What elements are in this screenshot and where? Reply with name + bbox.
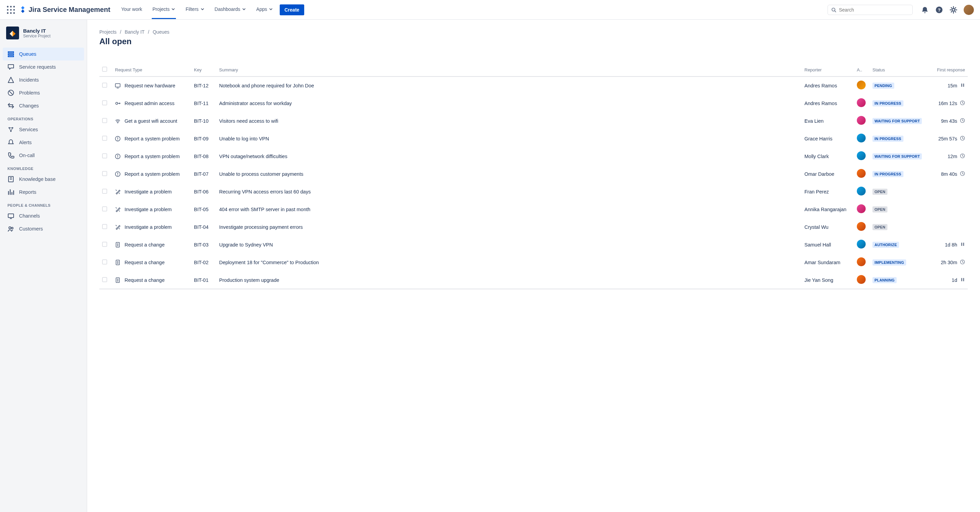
search-input[interactable] (839, 7, 909, 13)
ticket-key[interactable]: BIT-03 (191, 236, 216, 254)
status-lozenge[interactable]: WAITING FOR SUPPORT (872, 153, 922, 159)
table-row[interactable]: Request a changeBIT-01Production system … (99, 271, 968, 289)
assignee-avatar[interactable] (857, 134, 865, 143)
table-row[interactable]: Investigate a problemBIT-04Investigate p… (99, 218, 968, 236)
search-box[interactable] (827, 5, 913, 15)
breadcrumb-link[interactable]: Projects (99, 29, 117, 35)
ticket-key[interactable]: BIT-06 (191, 183, 216, 201)
row-checkbox[interactable] (102, 189, 107, 194)
table-row[interactable]: Request a changeBIT-03Upgrade to Sydney … (99, 236, 968, 254)
table-row[interactable]: Get a guest wifi accountBIT-10Visitors n… (99, 112, 968, 130)
ticket-summary[interactable]: Investigate processing payment errors (216, 218, 802, 236)
row-checkbox[interactable] (102, 136, 107, 141)
sidebar-item-queues[interactable]: Queues (3, 48, 84, 60)
row-checkbox[interactable] (102, 277, 107, 282)
ticket-key[interactable]: BIT-10 (191, 112, 216, 130)
select-all-checkbox[interactable] (102, 67, 107, 72)
col-status[interactable]: Status (870, 63, 927, 76)
sidebar-item-knowledge-base[interactable]: Knowledge base (3, 173, 84, 185)
col-request-type[interactable]: Request Type (112, 63, 191, 76)
row-checkbox[interactable] (102, 82, 107, 88)
ticket-summary[interactable]: Unable to process customer payments (216, 165, 802, 183)
ticket-summary[interactable]: Notebook and phone required for John Doe (216, 76, 802, 95)
sidebar-item-incidents[interactable]: Incidents (3, 73, 84, 86)
ticket-key[interactable]: BIT-12 (191, 76, 216, 95)
ticket-key[interactable]: BIT-02 (191, 254, 216, 271)
table-row[interactable]: Investigate a problemBIT-05404 error wit… (99, 201, 968, 218)
assignee-avatar[interactable] (857, 81, 865, 89)
assignee-avatar[interactable] (857, 275, 865, 284)
col-key[interactable]: Key (191, 63, 216, 76)
notifications-icon[interactable] (921, 6, 929, 14)
table-row[interactable]: Report a system problemBIT-08VPN outage/… (99, 147, 968, 165)
row-checkbox[interactable] (102, 171, 107, 176)
app-switcher-icon[interactable] (6, 5, 16, 14)
sidebar-item-reports[interactable]: Reports (3, 185, 84, 198)
nav-your-work[interactable]: Your work (121, 0, 143, 19)
assignee-avatar[interactable] (857, 187, 865, 195)
ticket-summary[interactable]: Visitors need access to wifi (216, 112, 802, 130)
col-reporter[interactable]: Reporter (802, 63, 854, 76)
product-logo[interactable]: Jira Service Management (19, 6, 110, 14)
sidebar-item-alerts[interactable]: Alerts (3, 136, 84, 149)
assignee-avatar[interactable] (857, 257, 865, 266)
table-row[interactable]: Request a changeBIT-02Deployment 18 for … (99, 254, 968, 271)
row-checkbox[interactable] (102, 224, 107, 229)
nav-projects[interactable]: Projects (152, 0, 176, 19)
row-checkbox[interactable] (102, 100, 107, 105)
ticket-summary[interactable]: Unable to log into VPN (216, 130, 802, 147)
ticket-summary[interactable]: Recurring VPN access errors last 60 days (216, 183, 802, 201)
assignee-avatar[interactable] (857, 222, 865, 231)
table-row[interactable]: Report a system problemBIT-07Unable to p… (99, 165, 968, 183)
table-row[interactable]: Report a system problemBIT-09Unable to l… (99, 130, 968, 147)
status-lozenge[interactable]: WAITING FOR SUPPORT (872, 118, 922, 124)
col-first-response[interactable]: First response (927, 63, 968, 76)
status-lozenge[interactable]: OPEN (872, 224, 888, 230)
create-button[interactable]: Create (280, 5, 304, 15)
col-assignee[interactable]: A.. (854, 63, 870, 76)
ticket-key[interactable]: BIT-04 (191, 218, 216, 236)
ticket-summary[interactable]: Upgrade to Sydney VPN (216, 236, 802, 254)
status-lozenge[interactable]: OPEN (872, 206, 888, 212)
sidebar-item-changes[interactable]: Changes (3, 99, 84, 112)
settings-icon[interactable] (950, 6, 958, 14)
nav-dashboards[interactable]: Dashboards (214, 0, 247, 19)
status-lozenge[interactable]: IN PROGRESS (872, 136, 904, 142)
status-lozenge[interactable]: PENDING (872, 82, 894, 89)
status-lozenge[interactable]: IN PROGRESS (872, 171, 904, 177)
ticket-key[interactable]: BIT-05 (191, 201, 216, 218)
ticket-summary[interactable]: 404 error with SMTP server in past month (216, 201, 802, 218)
status-lozenge[interactable]: IMPLEMENTING (872, 259, 906, 266)
row-checkbox[interactable] (102, 153, 107, 159)
project-header[interactable]: Bancly IT Service Project (3, 27, 84, 46)
nav-filters[interactable]: Filters (185, 0, 205, 19)
help-icon[interactable] (935, 6, 943, 14)
ticket-key[interactable]: BIT-07 (191, 165, 216, 183)
ticket-summary[interactable]: Administrator access for workday (216, 95, 802, 112)
ticket-summary[interactable]: Production system upgrade (216, 271, 802, 289)
status-lozenge[interactable]: AUTHORIZE (872, 242, 899, 248)
table-row[interactable]: Request admin accessBIT-11Administrator … (99, 95, 968, 112)
table-row[interactable]: Investigate a problemBIT-06Recurring VPN… (99, 183, 968, 201)
row-checkbox[interactable] (102, 259, 107, 265)
ticket-summary[interactable]: VPN outage/network difficulties (216, 147, 802, 165)
sidebar-item-problems[interactable]: Problems (3, 86, 84, 99)
row-checkbox[interactable] (102, 206, 107, 211)
ticket-key[interactable]: BIT-11 (191, 95, 216, 112)
assignee-avatar[interactable] (857, 169, 865, 178)
status-lozenge[interactable]: PLANNING (872, 277, 897, 283)
ticket-key[interactable]: BIT-01 (191, 271, 216, 289)
assignee-avatar[interactable] (857, 151, 865, 160)
assignee-avatar[interactable] (857, 116, 865, 125)
col-summary[interactable]: Summary (216, 63, 802, 76)
assignee-avatar[interactable] (857, 240, 865, 249)
sidebar-item-service-requests[interactable]: Service requests (3, 60, 84, 73)
row-checkbox[interactable] (102, 118, 107, 123)
assignee-avatar[interactable] (857, 204, 865, 213)
sidebar-item-channels[interactable]: Channels (3, 209, 84, 222)
assignee-avatar[interactable] (857, 98, 865, 107)
status-lozenge[interactable]: IN PROGRESS (872, 100, 904, 106)
ticket-key[interactable]: BIT-09 (191, 130, 216, 147)
sidebar-item-on-call[interactable]: On-call (3, 149, 84, 162)
user-avatar[interactable] (964, 5, 974, 15)
